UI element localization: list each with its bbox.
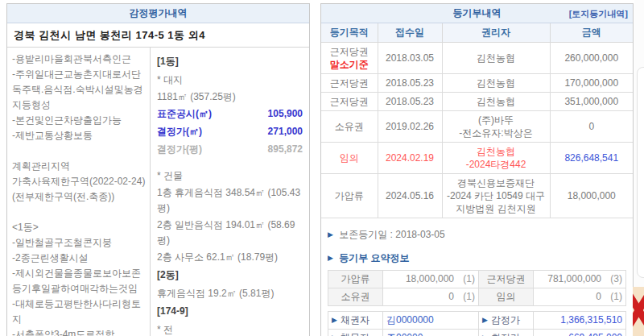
lot-type: * 전	[157, 322, 303, 336]
price-value: 271,000	[268, 124, 303, 139]
price-value: 895,872	[268, 142, 303, 157]
holder-note: -2024타경442	[444, 158, 548, 171]
summary-row: 가압류 18,000,000(1) 근저당권 781,000,000(3)	[328, 270, 626, 288]
arrow-icon: ▶	[328, 230, 333, 239]
arrow-icon: ▶	[482, 316, 488, 324]
arrow-icon: ▶	[482, 334, 488, 336]
cell-amount: 18,000,000	[550, 173, 633, 218]
amount-text: 0	[448, 291, 454, 302]
cell-amount: 826,648,541	[550, 142, 633, 173]
cell-purpose: 근저당권	[321, 73, 378, 92]
cell-purpose: 소유권	[321, 110, 378, 142]
registry-table: 등기목적 접수일 권리자 금액 근저당권 말소기준 2018.03.05 김천농…	[321, 23, 633, 218]
appraisal-panel-header: 감정평가내역	[7, 4, 309, 23]
purpose-text: 근저당권	[330, 46, 369, 57]
cell-holder: 경북신용보증재단 -2024 카단 10549 대구지방법원 김천지원	[442, 173, 550, 218]
price-value: 1,366,315,510	[534, 311, 626, 329]
price-label: 결정가(㎡)	[157, 124, 202, 139]
note-line: 가축사육제한구역(2022-02-24)(전부제한구역(전.축종))	[12, 174, 147, 205]
summary-value: 781,000,000(3)	[534, 270, 626, 288]
summary-row: ▶채무자 주00000 ▶최저가 669,495,000	[328, 329, 626, 336]
registry-row: 임의 2024.02.19 김천농협 -2024타경442 826,648,54…	[321, 142, 633, 173]
cell-date: 2018.05.23	[378, 92, 442, 110]
dong1-label: [1동]	[157, 54, 303, 69]
cell-purpose: 가압류	[321, 173, 378, 218]
summary-value: 18,000,000(1)	[383, 270, 479, 288]
price-label: 표준공시(㎡)	[157, 106, 212, 122]
summary-row: ▶채권자 김0000000 ▶감정가 1,366,315,510	[328, 311, 626, 329]
col-purpose: 등기목적	[321, 23, 378, 42]
preservation-date: 2018-03-05	[395, 229, 444, 240]
amount-text: 18,000,000	[406, 273, 454, 284]
note-line: -주위일대근교농촌지대로서단독주택.음식점.숙박시설및농경지등형성	[12, 67, 147, 113]
price-value: 105,900	[268, 106, 303, 122]
note-line: -2종근린생활시설	[12, 251, 147, 266]
property-address: 경북 김천시 남면 봉천리 174-5 1동 외4	[7, 23, 309, 48]
summary-table-1: 가압류 18,000,000(1) 근저당권 781,000,000(3) 소유…	[328, 270, 626, 306]
label-text: 채무자	[341, 332, 369, 336]
price-row: 표준공시(㎡) 105,900	[157, 106, 303, 122]
arrow-icon: ▶	[328, 254, 333, 262]
appraisal-notes-column: -용밭리마을회관북서측인근 -주위일대근교농촌지대로서단독주택.음식점.숙박시설…	[7, 48, 151, 336]
label-text: 채권자	[341, 314, 369, 326]
col-amount: 금액	[550, 23, 633, 42]
summary-title-line: ▶ 등기부 요약정보	[328, 251, 626, 265]
label-text: 최저가	[491, 332, 520, 336]
edge-box-fragment	[637, 67, 644, 278]
land-area: 1181㎡ (357.25평)	[157, 89, 303, 105]
appraisal-values-column: [1동] * 대지 1181㎡ (357.25평) 표준공시(㎡) 105,90…	[151, 48, 309, 336]
registry-panel: 등기부내역 [토지등기내역] 등기목적 접수일 권리자 금액 근저당권 말소기준…	[320, 3, 634, 336]
red-x-logo	[633, 287, 644, 336]
summary-label: 임의	[479, 288, 534, 305]
cell-date: 2019.02.26	[378, 110, 442, 142]
summary-label: 가압류	[328, 270, 383, 288]
price-label: 결정가(평)	[157, 142, 202, 157]
land-registry-link[interactable]: [토지등기내역]	[569, 4, 628, 23]
registry-header-row: 등기목적 접수일 권리자 금액	[321, 23, 633, 42]
appraisal-panel: 감정평가내역 경북 김천시 남면 봉천리 174-5 1동 외4 -용밭리마을회…	[6, 3, 310, 336]
count-text: (3)	[601, 273, 622, 284]
summary-row: 소유권 0(1) 임의 0(1)	[328, 288, 626, 305]
note-line: <1동>	[12, 220, 147, 235]
holder-text: 경북신용보증재단	[457, 177, 535, 189]
cell-date: 2018.05.23	[378, 73, 442, 92]
registry-row: 근저당권 말소기준 2018.03.05 김천농협 260,000,000	[321, 42, 633, 73]
count-text: (1)	[454, 273, 475, 284]
price-row: 결정가(㎡) 271,000	[157, 124, 303, 139]
col-date: 접수일	[378, 23, 442, 42]
label-text: 감정가	[491, 314, 520, 326]
amount-text: 781,000,000	[547, 273, 601, 284]
note-line: -대체로등고평탄한사다리형토지	[12, 297, 147, 327]
arrow-icon: ▶	[332, 316, 337, 324]
appraisal-title: 감정평가내역	[130, 6, 188, 20]
amount-text: 0	[596, 291, 601, 302]
registry-title: 등기부내역	[453, 6, 502, 20]
preservation-label: 보존등기일 :	[339, 229, 393, 240]
note-line: -일반철골구조철콘지붕	[12, 235, 147, 251]
party-name: 주00000	[383, 329, 479, 336]
summary-title: 등기부 요약정보	[339, 252, 409, 263]
note-line: -본건및인근차량출입가능	[12, 113, 147, 128]
party-label: ▶채권자	[328, 311, 383, 329]
registry-row: 소유권 2019.02.26 (주)바뚜 -전소유자:박상은 0	[321, 110, 633, 142]
dong2-line: 휴게음식점 19.2㎡ (5.81평)	[157, 286, 303, 301]
summary-label: 소유권	[328, 288, 383, 305]
price-value: 669,495,000	[534, 329, 626, 336]
cell-amount: 260,000,000	[550, 42, 633, 73]
note-line: -용밭리마을회관북서측인근	[12, 52, 147, 67]
col-holder: 권리자	[442, 23, 550, 42]
registry-panel-header: 등기부내역 [토지등기내역]	[321, 4, 633, 23]
registry-row: 가압류 2024.05.16 경북신용보증재단 -2024 카단 10549 대…	[321, 173, 633, 218]
party-label: ▶채무자	[328, 329, 383, 336]
holder-note: -2024 카단 10549 대구지방법원 김천지원	[444, 189, 548, 215]
cell-purpose: 근저당권 말소기준	[321, 42, 378, 73]
registry-row: 근저당권 2018.05.23 김천농협 351,000,000	[321, 92, 633, 110]
arrow-icon: ▶	[332, 334, 337, 336]
note-line: 계획관리지역	[12, 159, 147, 174]
preservation-date-line: ▶ 보존등기일 : 2018-03-05	[328, 228, 626, 242]
summary-label: 근저당권	[479, 270, 534, 288]
appraisal-body: -용밭리마을회관북서측인근 -주위일대근교농촌지대로서단독주택.음식점.숙박시설…	[7, 48, 309, 336]
note-line: -서측폭약3-4m도로접함	[12, 327, 147, 336]
lot-label: [174-9]	[157, 304, 303, 319]
price-label: ▶감정가	[479, 311, 534, 329]
